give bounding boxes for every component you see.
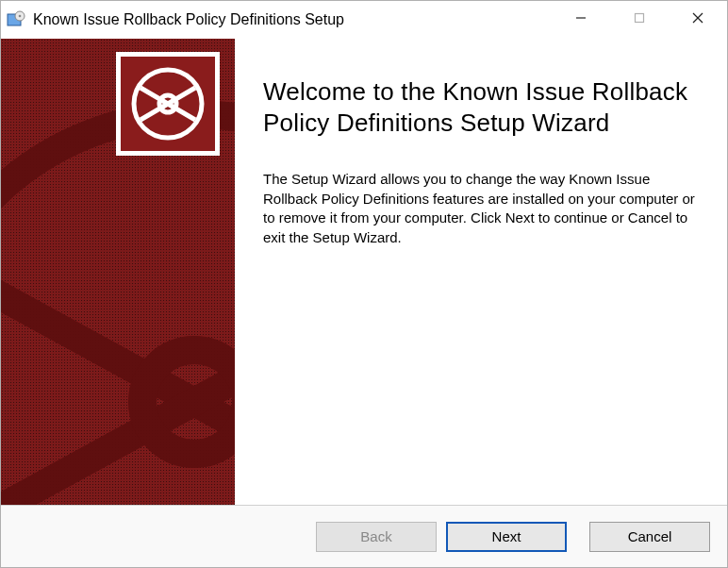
back-button: Back <box>316 522 437 552</box>
disc-badge <box>116 52 220 156</box>
titlebar: Known Issue Rollback Policy Definitions … <box>1 1 727 39</box>
disc-icon <box>127 63 208 144</box>
svg-point-2 <box>19 15 22 18</box>
wizard-description: The Setup Wizard allows you to change th… <box>263 170 695 248</box>
next-button[interactable]: Next <box>446 522 567 552</box>
svg-rect-4 <box>636 14 644 23</box>
footer: Back Next Cancel <box>1 506 727 567</box>
minimize-button[interactable] <box>552 1 610 35</box>
side-panel <box>1 39 235 505</box>
close-button[interactable] <box>669 1 727 35</box>
wizard-body: Welcome to the Known Issue Rollback Poli… <box>1 39 727 506</box>
background-disc-art <box>1 95 235 505</box>
installer-icon <box>7 10 25 29</box>
window-controls <box>552 1 727 35</box>
wizard-heading: Welcome to the Known Issue Rollback Poli… <box>263 76 695 138</box>
window-title: Known Issue Rollback Policy Definitions … <box>33 11 552 28</box>
cancel-button[interactable]: Cancel <box>589 522 710 552</box>
maximize-button <box>610 1 669 35</box>
installer-window: Known Issue Rollback Policy Definitions … <box>0 0 728 568</box>
content-panel: Welcome to the Known Issue Rollback Poli… <box>235 39 727 505</box>
